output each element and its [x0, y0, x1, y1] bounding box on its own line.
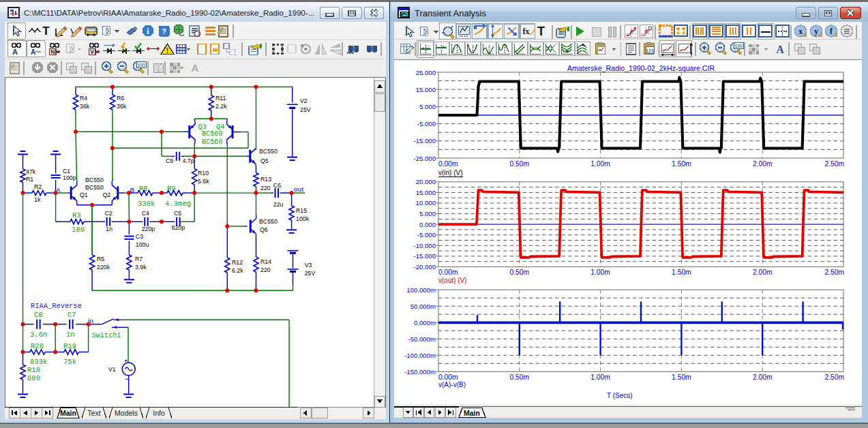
svg-text:R1: R1 — [26, 176, 33, 183]
svg-text:2.50m: 2.50m — [824, 160, 844, 168]
svg-text:1n: 1n — [106, 226, 113, 232]
svg-text:y: y — [814, 27, 818, 36]
svg-text:833k: 833k — [30, 358, 47, 366]
svg-text:BC550: BC550 — [259, 218, 278, 225]
svg-text:B: B — [130, 186, 135, 194]
svg-text:R3: R3 — [72, 211, 81, 219]
svg-text:C5: C5 — [174, 210, 181, 217]
svg-text:R7: R7 — [135, 256, 143, 262]
svg-text:V2: V2 — [300, 97, 308, 104]
svg-text:5.000: 5.000 — [419, 210, 436, 217]
svg-text:0.000m: 0.000m — [414, 319, 436, 326]
svg-text:220p: 220p — [142, 226, 155, 232]
svg-text:!: ! — [166, 47, 168, 55]
svg-text:T: T — [537, 25, 545, 38]
svg-text:0.00m: 0.00m — [438, 160, 458, 168]
svg-text:Q4: Q4 — [216, 123, 225, 131]
svg-text:1.50m: 1.50m — [672, 269, 691, 276]
svg-text:820p: 820p — [172, 224, 185, 231]
svg-text:1.50m: 1.50m — [672, 160, 691, 168]
svg-text:100k: 100k — [296, 215, 310, 222]
svg-text:220: 220 — [260, 266, 271, 273]
svg-text:+: + — [124, 358, 128, 364]
svg-text:-10.000: -10.000 — [413, 242, 436, 249]
svg-text:100: 100 — [734, 44, 743, 48]
svg-text:A: A — [12, 48, 18, 56]
svg-text:BC550: BC550 — [85, 184, 104, 191]
svg-text:R5: R5 — [97, 256, 104, 262]
svg-text:C6: C6 — [273, 182, 281, 189]
svg-text:1.50m: 1.50m — [672, 373, 691, 381]
svg-text:V: V — [90, 48, 94, 55]
svg-text:2.00m: 2.00m — [753, 269, 773, 276]
svg-text:Switch1: Switch1 — [92, 332, 121, 339]
svg-text:v(A)-v(B): v(A)-v(B) — [438, 381, 466, 388]
svg-text:Q1: Q1 — [80, 192, 88, 198]
svg-text:75k: 75k — [63, 358, 76, 366]
svg-text:R20: R20 — [31, 342, 44, 350]
svg-text:C2: C2 — [105, 210, 113, 217]
svg-text:123: 123 — [646, 48, 654, 53]
svg-text:A: A — [776, 44, 784, 55]
svg-text:R10: R10 — [198, 170, 209, 177]
svg-text:4.3meg: 4.3meg — [165, 200, 191, 208]
svg-text:2.50m: 2.50m — [824, 269, 844, 276]
svg-text:R8: R8 — [139, 185, 148, 193]
svg-text:v(out) (V): v(out) (V) — [438, 277, 467, 284]
svg-text:25V: 25V — [300, 106, 311, 113]
svg-text:0.000: 0.000 — [419, 221, 436, 228]
svg-text:R6: R6 — [117, 95, 124, 102]
svg-text:Amaterske_Radio_1990-02_2kHz-s: Amaterske_Radio_1990-02_2kHz-square.CIR — [567, 64, 715, 72]
svg-text:R11: R11 — [215, 95, 226, 102]
svg-text:R19: R19 — [63, 342, 76, 350]
svg-text:Models: Models — [115, 409, 138, 417]
svg-text:2.00m: 2.00m — [753, 160, 773, 168]
svg-text:−: − — [125, 376, 128, 382]
svg-text:-150.000m: -150.000m — [404, 368, 436, 376]
svg-text:Main: Main — [464, 409, 480, 417]
svg-text:-25.000: -25.000 — [413, 155, 436, 162]
svg-text:15.000: 15.000 — [416, 86, 436, 93]
svg-text:0.00m: 0.00m — [438, 269, 458, 276]
svg-text:f: f — [830, 27, 833, 35]
svg-text:C1: C1 — [63, 168, 70, 174]
svg-text:330k: 330k — [138, 200, 155, 208]
svg-text:Q5: Q5 — [260, 157, 269, 164]
svg-text:10.000: 10.000 — [416, 199, 436, 207]
svg-text:BC560: BC560 — [202, 138, 223, 146]
svg-text:out: out — [294, 185, 305, 193]
svg-text:220k: 220k — [97, 264, 110, 271]
svg-text:C7: C7 — [68, 311, 76, 319]
svg-text:25V: 25V — [305, 270, 316, 277]
svg-text:-50.000m: -50.000m — [408, 335, 436, 343]
svg-text:3.9k: 3.9k — [135, 264, 147, 271]
svg-text:Transient Analysis: Transient Analysis — [415, 8, 487, 18]
svg-text:RIAA_Reverse: RIAA_Reverse — [31, 302, 82, 310]
svg-text:fx: fx — [523, 27, 530, 36]
svg-text:in: in — [88, 317, 94, 324]
svg-text:5.6k: 5.6k — [198, 178, 209, 185]
svg-text:R4: R4 — [80, 95, 87, 102]
svg-text:-15.000: -15.000 — [413, 137, 436, 144]
svg-text:A: A — [56, 186, 61, 194]
svg-text:R18: R18 — [27, 366, 40, 374]
svg-text:C8: C8 — [34, 311, 43, 319]
svg-text:22u: 22u — [273, 201, 284, 208]
svg-text:1n: 1n — [66, 331, 75, 339]
svg-text:A: A — [192, 62, 199, 74]
svg-text:1.00m: 1.00m — [590, 269, 610, 276]
svg-text:0.50m: 0.50m — [509, 160, 529, 168]
svg-text:25.000: 25.000 — [416, 69, 436, 76]
svg-text:R12: R12 — [232, 259, 243, 266]
svg-text:2.2k: 2.2k — [215, 103, 227, 110]
svg-text:680: 680 — [27, 374, 40, 382]
svg-text:36k: 36k — [117, 103, 127, 110]
svg-text:?: ? — [162, 27, 166, 35]
svg-text:20.000: 20.000 — [416, 178, 436, 185]
svg-text:Q2: Q2 — [103, 192, 111, 198]
svg-text:Text: Text — [87, 409, 100, 417]
svg-text:15.000: 15.000 — [416, 189, 436, 196]
svg-text:3.6n: 3.6n — [30, 331, 47, 339]
svg-text:R2: R2 — [34, 183, 42, 190]
svg-text:5.000: 5.000 — [419, 103, 436, 110]
